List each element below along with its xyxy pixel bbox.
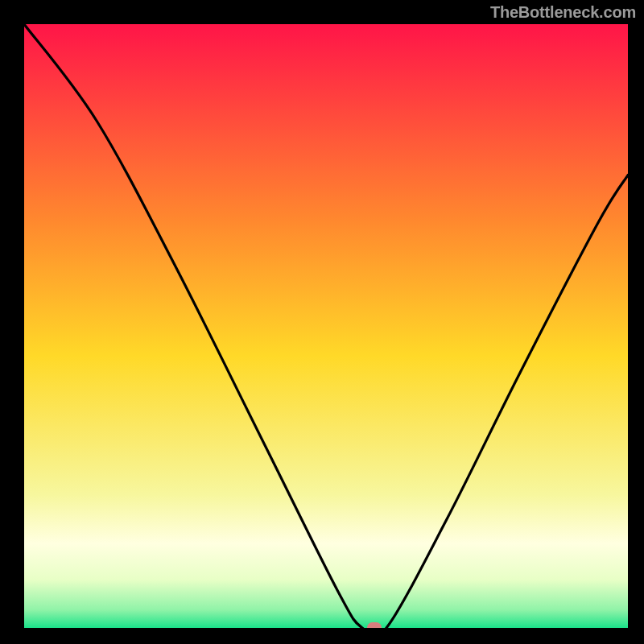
svg-rect-1: [367, 622, 382, 633]
watermark: TheBottleneck.com: [490, 3, 636, 22]
bottleneck-chart: [0, 0, 644, 644]
optimum-marker: [367, 622, 382, 633]
gradient-background: [24, 24, 628, 628]
plot-area: [24, 24, 628, 638]
chart-container: TheBottleneck.com: [0, 0, 644, 644]
